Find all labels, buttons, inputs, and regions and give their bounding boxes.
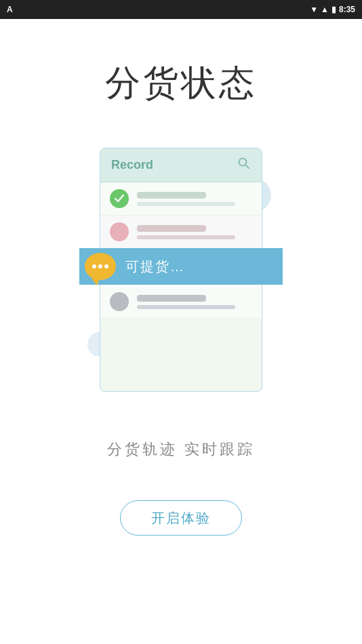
wifi-icon: ▼ — [310, 5, 318, 14]
row-label-2 — [137, 225, 206, 232]
card-wrapper: Record — [86, 134, 276, 399]
time-display: 8:35 — [339, 5, 355, 14]
table-row — [100, 216, 262, 249]
card-header: Record — [100, 148, 262, 182]
status-icon-gray — [110, 292, 129, 311]
status-bar: A ▼ ▲ ▮ 8:35 — [0, 0, 362, 19]
dot-3 — [104, 264, 108, 268]
banner-text: 可提货… — [125, 258, 185, 276]
dot-1 — [92, 264, 96, 268]
table-row — [100, 285, 262, 319]
main-content: 分货状态 Record — [0, 19, 362, 644]
signal-icon: ▲ — [321, 5, 329, 14]
svg-line-5 — [246, 165, 249, 169]
row-line-1 — [137, 202, 235, 206]
search-icon[interactable] — [237, 157, 251, 174]
start-button-label: 开启体验 — [151, 509, 211, 527]
chat-bubble — [85, 253, 116, 280]
row-line-3 — [137, 305, 235, 309]
highlight-banner: 可提货… — [79, 248, 283, 285]
chat-dots — [92, 264, 108, 268]
status-bar-right: ▼ ▲ ▮ 8:35 — [310, 5, 355, 14]
battery-icon: ▮ — [331, 5, 336, 14]
start-button[interactable]: 开启体验 — [120, 500, 242, 536]
status-icon-pink — [110, 222, 129, 241]
row-line-2 — [137, 235, 235, 239]
dot-2 — [98, 264, 102, 268]
status-icon-green — [110, 189, 129, 208]
subtitle: 分货轨迹 实时跟踪 — [107, 439, 255, 460]
row-text-1 — [137, 192, 252, 206]
app-icon: A — [7, 5, 13, 14]
row-label-1 — [137, 192, 206, 199]
row-label-3 — [137, 295, 206, 302]
card-title: Record — [111, 158, 153, 172]
table-row — [100, 182, 262, 216]
row-text-3 — [137, 295, 252, 309]
row-text-2 — [137, 225, 252, 239]
page-title: 分货状态 — [105, 60, 257, 107]
